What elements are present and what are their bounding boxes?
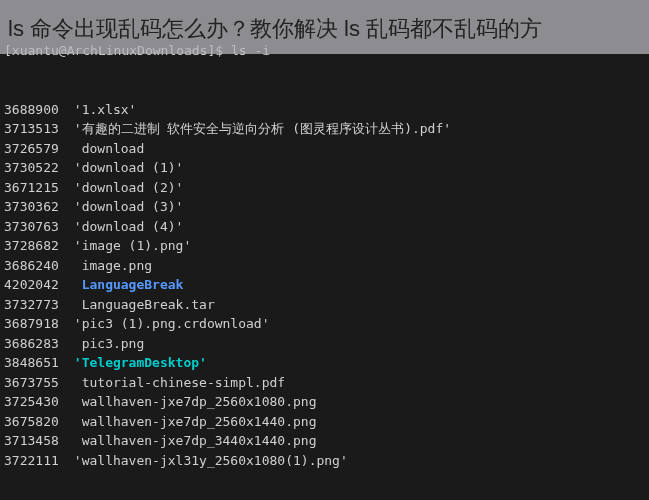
list-item: 3730522 'download (1)' [4, 158, 645, 178]
inode-number: 3732773 [4, 295, 66, 315]
list-item: 3725430 wallhaven-jxe7dp_2560x1080.png [4, 392, 645, 412]
file-name: 'download (3)' [66, 199, 183, 214]
list-item: 3687918 'pic3 (1).png.crdownload' [4, 314, 645, 334]
inode-number: 3675820 [4, 412, 66, 432]
inode-number: 3713458 [4, 431, 66, 451]
overlay-title-text: ls 命令出现乱码怎么办？教你解决 ls 乱码都不乱码的方 [8, 16, 542, 41]
list-item: 3671215 'download (2)' [4, 178, 645, 198]
file-name: wallhaven-jxe7dp_2560x1440.png [66, 414, 316, 429]
file-name: 'download (2)' [66, 180, 183, 195]
inode-number: 3688900 [4, 100, 66, 120]
file-name: 'image (1).png' [66, 238, 191, 253]
inode-number: 3722111 [4, 451, 66, 471]
inode-number: 3730362 [4, 197, 66, 217]
file-name: image.png [66, 258, 152, 273]
inode-number: 3726579 [4, 139, 66, 159]
file-name: pic3.png [66, 336, 144, 351]
inode-number: 3686283 [4, 334, 66, 354]
list-item: 3848651 'TelegramDesktop' [4, 353, 645, 373]
list-item: 3713458 wallhaven-jxe7dp_3440x1440.png [4, 431, 645, 451]
file-name: 'download (1)' [66, 160, 183, 175]
inode-number: 3671215 [4, 178, 66, 198]
file-name: 'wallhaven-jxl31y_2560x1080(1).png' [66, 453, 348, 468]
inode-number: 3730763 [4, 217, 66, 237]
list-item: 3686240 image.png [4, 256, 645, 276]
list-item: 3673755 tutorial-chinese-simpl.pdf [4, 373, 645, 393]
inode-number: 3687918 [4, 314, 66, 334]
list-item: 3730763 'download (4)' [4, 217, 645, 237]
list-item: 3732773 LanguageBreak.tar [4, 295, 645, 315]
inode-number: 3728682 [4, 236, 66, 256]
file-name: 'pic3 (1).png.crdownload' [66, 316, 270, 331]
file-name: '1.xlsx' [66, 102, 136, 117]
file-name: download [66, 141, 144, 156]
file-name: LanguageBreak.tar [66, 297, 215, 312]
overlay-title: ls 命令出现乱码怎么办？教你解决 ls 乱码都不乱码的方 [0, 0, 649, 54]
list-item: 3722111 'wallhaven-jxl31y_2560x1080(1).p… [4, 451, 645, 471]
list-item: 3726579 download [4, 139, 645, 159]
file-name: LanguageBreak [66, 277, 183, 292]
inode-number: 4202042 [4, 275, 66, 295]
inode-number: 3686240 [4, 256, 66, 276]
list-item: 3686283 pic3.png [4, 334, 645, 354]
file-name: tutorial-chinese-simpl.pdf [66, 375, 285, 390]
file-name: wallhaven-jxe7dp_2560x1080.png [66, 394, 316, 409]
inode-number: 3713513 [4, 119, 66, 139]
file-listing: 3688900 '1.xlsx'3713513 '有趣的二进制 软件安全与逆向分… [4, 100, 645, 471]
file-name: '有趣的二进制 软件安全与逆向分析 (图灵程序设计丛书).pdf' [66, 121, 451, 136]
file-name: 'TelegramDesktop' [66, 355, 207, 370]
inode-number: 3673755 [4, 373, 66, 393]
list-item: 3688900 '1.xlsx' [4, 100, 645, 120]
list-item: 3728682 'image (1).png' [4, 236, 645, 256]
list-item: 3713513 '有趣的二进制 软件安全与逆向分析 (图灵程序设计丛书).pdf… [4, 119, 645, 139]
terminal-area[interactable]: [xuantu@ArchLinuxDownloads]$ ls -i 36889… [0, 0, 649, 500]
inode-number: 3730522 [4, 158, 66, 178]
file-name: 'download (4)' [66, 219, 183, 234]
list-item: 3730362 'download (3)' [4, 197, 645, 217]
inode-number: 3725430 [4, 392, 66, 412]
file-name: wallhaven-jxe7dp_3440x1440.png [66, 433, 316, 448]
list-item: 4202042 LanguageBreak [4, 275, 645, 295]
list-item: 3675820 wallhaven-jxe7dp_2560x1440.png [4, 412, 645, 432]
inode-number: 3848651 [4, 353, 66, 373]
